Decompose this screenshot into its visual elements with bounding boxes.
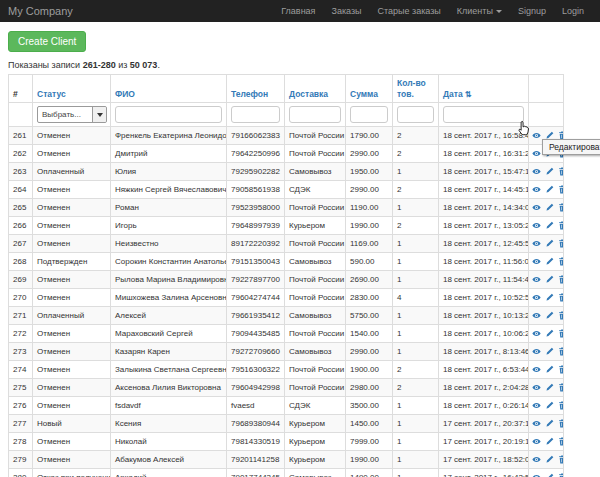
delete-button[interactable] (558, 239, 563, 248)
cell-name: fsdavdf (111, 397, 227, 415)
view-button[interactable] (532, 185, 541, 194)
view-button[interactable] (532, 203, 541, 212)
sort-qty-link[interactable]: Кол-во тов. (397, 78, 426, 99)
cell-name: Мараховский Сергей (111, 325, 227, 343)
cell-qty: 2 (393, 127, 439, 145)
view-button[interactable] (532, 257, 541, 266)
edit-button[interactable] (545, 167, 554, 176)
nav-item-signup[interactable]: Signup (510, 6, 554, 16)
edit-button[interactable] (545, 293, 554, 302)
sum-filter-input[interactable] (350, 106, 388, 123)
phone-filter-input[interactable] (231, 106, 280, 123)
view-button[interactable] (532, 239, 541, 248)
nav-item-old-orders[interactable]: Старые заказы (370, 6, 449, 16)
edit-button[interactable] (545, 275, 554, 284)
nav-item-home[interactable]: Главная (273, 6, 323, 16)
delete-button[interactable] (558, 455, 563, 464)
status-filter-select[interactable]: Выбрать... (37, 106, 107, 123)
edit-button[interactable] (545, 473, 554, 477)
delete-button[interactable] (558, 347, 563, 356)
cell-date: 18 сент. 2017 г., 6:53:44 (439, 361, 529, 379)
delete-button[interactable] (558, 365, 563, 374)
delete-button[interactable] (558, 275, 563, 284)
view-button[interactable] (532, 311, 541, 320)
delete-button[interactable] (558, 437, 563, 446)
edit-button[interactable] (545, 185, 554, 194)
edit-button[interactable] (545, 455, 554, 464)
edit-button[interactable] (545, 365, 554, 374)
cell-status: Отменен (33, 127, 111, 145)
sort-status-link[interactable]: Статус (37, 89, 66, 99)
edit-button[interactable] (545, 221, 554, 230)
sort-delivery-link[interactable]: Доставка (289, 89, 328, 99)
edit-button[interactable] (545, 437, 554, 446)
view-button[interactable] (532, 347, 541, 356)
view-button[interactable] (532, 221, 541, 230)
view-button[interactable] (532, 275, 541, 284)
view-button[interactable] (532, 383, 541, 392)
delete-button[interactable] (558, 383, 563, 392)
edit-button[interactable] (545, 257, 554, 266)
edit-button[interactable] (545, 239, 554, 248)
qty-filter-input[interactable] (397, 106, 434, 123)
delete-button[interactable] (558, 401, 563, 410)
cell-row-number: 261 (9, 127, 33, 145)
sort-name-link[interactable]: ФИО (115, 89, 135, 99)
sort-sum-link[interactable]: Сумма (350, 89, 378, 99)
delete-button[interactable] (558, 203, 563, 212)
view-button[interactable] (532, 149, 541, 158)
nav-item-clients-dropdown[interactable]: Клиенты (449, 6, 510, 16)
name-filter-input[interactable] (115, 106, 222, 123)
nav-item-orders[interactable]: Заказы (323, 6, 369, 16)
date-filter-input[interactable] (443, 106, 524, 123)
view-button[interactable] (532, 329, 541, 338)
view-button[interactable] (532, 455, 541, 464)
edit-button[interactable] (545, 311, 554, 320)
filter-num-cell (9, 103, 33, 127)
view-button[interactable] (532, 401, 541, 410)
cell-sum: 1450.00 (346, 415, 393, 433)
brand-link[interactable]: My Company (8, 5, 73, 17)
view-button[interactable] (532, 167, 541, 176)
nav-item-login[interactable]: Login (554, 6, 592, 16)
view-button[interactable] (532, 293, 541, 302)
delete-button[interactable] (558, 221, 563, 230)
sort-date-link[interactable]: Дата⇅ (443, 89, 471, 99)
trash-icon (558, 167, 563, 176)
edit-button[interactable] (545, 401, 554, 410)
delete-button[interactable] (558, 329, 563, 338)
view-button[interactable] (532, 419, 541, 428)
chevron-down-icon (97, 113, 103, 117)
delete-button[interactable] (558, 473, 563, 477)
create-client-button[interactable]: Create Client (8, 31, 86, 52)
cell-date: 18 сент. 2017 г., 14:34:04 (439, 199, 529, 217)
cell-row-number: 274 (9, 361, 33, 379)
delete-button[interactable] (558, 185, 563, 194)
edit-button[interactable] (545, 203, 554, 212)
eye-icon (532, 437, 541, 446)
select-dropdown-button[interactable] (92, 107, 106, 122)
edit-button[interactable] (545, 419, 554, 428)
view-button[interactable] (532, 437, 541, 446)
sort-phone-link[interactable]: Телефон (231, 89, 268, 99)
cell-actions (529, 271, 564, 289)
delete-button[interactable] (558, 293, 563, 302)
cell-sum: 1540.00 (346, 325, 393, 343)
cell-delivery: Самовывоз (285, 253, 346, 271)
edit-button[interactable] (545, 329, 554, 338)
delete-button[interactable] (558, 311, 563, 320)
view-button[interactable] (532, 365, 541, 374)
view-button[interactable] (532, 473, 541, 477)
edit-button[interactable] (545, 347, 554, 356)
cell-status: Отменен (33, 181, 111, 199)
view-button[interactable] (532, 131, 541, 140)
cell-date: 18 сент. 2017 г., 13:05:26 (439, 217, 529, 235)
edit-button[interactable] (545, 383, 554, 392)
delete-button[interactable] (558, 419, 563, 428)
delete-button[interactable] (558, 167, 563, 176)
delete-button[interactable] (558, 257, 563, 266)
cell-date: 18 сент. 2017 г., 16:31:25 (439, 145, 529, 163)
cell-status: Отменен (33, 433, 111, 451)
delivery-filter-input[interactable] (289, 106, 341, 123)
pencil-icon (545, 437, 554, 446)
